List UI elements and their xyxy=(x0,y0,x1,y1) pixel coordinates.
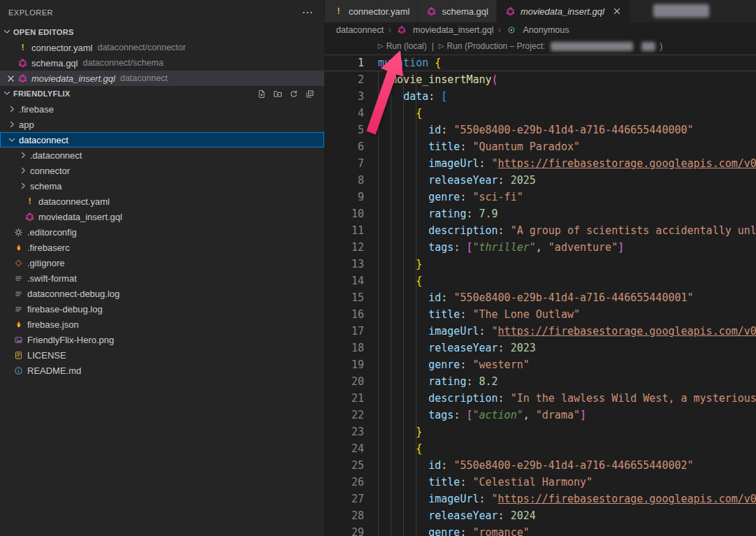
line-number: 11 xyxy=(325,222,364,239)
file-item[interactable]: firebase-debug.log xyxy=(0,301,324,317)
code-line[interactable]: 2 movie_insertMany( xyxy=(325,71,756,88)
file-name: LICENSE xyxy=(27,350,66,361)
folder-item[interactable]: connector xyxy=(0,163,324,178)
code-line[interactable]: 12 tags: ["thriller", "adventure"] xyxy=(325,239,756,256)
code-line[interactable]: 8 releaseYear: 2025 xyxy=(325,172,756,189)
folder-item[interactable]: .dataconnect xyxy=(0,147,324,163)
code-line[interactable]: 11 description: "A group of scientists a… xyxy=(325,222,756,239)
open-editor-item[interactable]: !connector.yamldataconnect/connector xyxy=(0,40,324,55)
code-lines: 1mutation {2 movie_insertMany(3 data: [4… xyxy=(325,55,756,536)
code-line[interactable]: 20 rating: 8.2 xyxy=(325,373,756,390)
play-icon: ▷ xyxy=(378,38,384,55)
editor-tab-bar: !connector.yamlschema.gqlmoviedata_inser… xyxy=(325,0,756,22)
code-text: releaseYear: 2024 xyxy=(364,507,536,524)
lines-icon xyxy=(13,288,24,299)
file-item[interactable]: dataconnect-debug.log xyxy=(0,286,324,301)
code-line[interactable]: 13 } xyxy=(325,256,756,273)
close-editor-button[interactable] xyxy=(5,73,17,84)
line-number: 20 xyxy=(325,373,364,390)
editor-tab[interactable]: moviedata_insert.gql xyxy=(497,0,631,22)
graphql-icon xyxy=(395,24,407,36)
file-item[interactable]: moviedata_insert.gql xyxy=(0,209,324,224)
code-line[interactable]: 18 releaseYear: 2023 xyxy=(325,340,756,356)
code-line[interactable]: 29 genre: "romance" xyxy=(325,524,756,536)
code-line[interactable]: 27 imageUrl: "https://firebasestorage.go… xyxy=(325,491,756,507)
open-editor-item[interactable]: moviedata_insert.gqldataconnect xyxy=(0,71,324,86)
file-name: schema.gql xyxy=(31,58,78,68)
folder-item[interactable]: dataconnect xyxy=(0,132,324,147)
code-line[interactable]: 19 genre: "western" xyxy=(325,356,756,373)
refresh-button[interactable] xyxy=(288,88,300,99)
code-line[interactable]: 17 imageUrl: "https://firebasestorage.go… xyxy=(325,323,756,340)
code-line[interactable]: 24 { xyxy=(325,440,756,457)
chevron-down-icon xyxy=(2,88,12,99)
code-text: mutation { xyxy=(364,55,441,71)
run-production-label: Run (Production – Project: xyxy=(447,38,546,55)
codelens-divider: | xyxy=(432,38,434,55)
line-number: 14 xyxy=(325,273,364,289)
open-editor-item[interactable]: schema.gqldataconnect/schema xyxy=(0,55,324,71)
code-line[interactable]: 5 id: "550e8400-e29b-41d4-a716-446655440… xyxy=(325,122,756,138)
code-text: title: "Quantum Paradox" xyxy=(364,138,580,155)
code-text: { xyxy=(364,273,422,289)
breadcrumb-item[interactable]: Anonymous xyxy=(505,24,569,36)
file-item[interactable]: .gitignore xyxy=(0,255,324,270)
file-item[interactable]: LICENSE xyxy=(0,347,324,363)
explorer-more-button[interactable]: ⋯ xyxy=(299,7,316,18)
code-line[interactable]: 23 } xyxy=(325,423,756,440)
run-production-button[interactable]: ▷ Run (Production – Project: ) xyxy=(439,38,662,55)
open-editors-section-header[interactable]: OPEN EDITORS xyxy=(0,24,324,40)
code-line[interactable]: 15 id: "550e8400-e29b-41d4-a716-44665544… xyxy=(325,289,756,306)
code-text: tags: ["thriller", "adventure"] xyxy=(364,239,624,256)
file-item[interactable]: firebase.json xyxy=(0,317,324,332)
collapse-all-button[interactable] xyxy=(304,88,316,99)
code-line[interactable]: 6 title: "Quantum Paradox" xyxy=(325,138,756,155)
code-line[interactable]: 4 { xyxy=(325,105,756,122)
file-name: connector xyxy=(30,166,70,176)
close-tab-button[interactable] xyxy=(611,6,623,17)
code-line[interactable]: 3 data: [ xyxy=(325,88,756,105)
file-item[interactable]: README.md xyxy=(0,363,324,378)
code-line[interactable]: 25 id: "550e8400-e29b-41d4-a716-44665544… xyxy=(325,457,756,474)
line-number: 5 xyxy=(325,122,364,138)
code-text: releaseYear: 2025 xyxy=(364,172,536,189)
new-file-button[interactable] xyxy=(256,88,268,99)
chevron-right-icon xyxy=(17,180,29,191)
code-line[interactable]: 1mutation { xyxy=(325,55,756,71)
line-number: 9 xyxy=(325,189,364,205)
file-name: .dataconnect xyxy=(30,150,82,161)
code-text: rating: 8.2 xyxy=(364,373,498,390)
line-number: 15 xyxy=(325,289,364,306)
code-line[interactable]: 26 title: "Celestial Harmony" xyxy=(325,474,756,491)
file-path: dataconnect/schema xyxy=(82,58,163,68)
editor-tab[interactable]: !connector.yaml xyxy=(325,0,418,22)
line-number: 26 xyxy=(325,474,364,491)
code-text: description: "A group of scientists acci… xyxy=(364,222,756,239)
new-folder-button[interactable] xyxy=(272,88,284,99)
breadcrumb-item[interactable]: moviedata_insert.gql xyxy=(395,24,493,36)
folder-item[interactable]: .firebase xyxy=(0,101,324,117)
file-item[interactable]: !dataconnect.yaml xyxy=(0,194,324,209)
breadcrumb-item[interactable]: dataconnect xyxy=(336,25,384,35)
code-line[interactable]: 10 rating: 7.9 xyxy=(325,205,756,222)
code-line[interactable]: 16 title: "The Lone Outlaw" xyxy=(325,306,756,323)
code-line[interactable]: 21 description: "In the lawless Wild Wes… xyxy=(325,390,756,407)
code-line[interactable]: 28 releaseYear: 2024 xyxy=(325,507,756,524)
run-local-button[interactable]: ▷ Run (local) xyxy=(378,38,427,55)
symbol-icon xyxy=(505,24,517,36)
folder-item[interactable]: app xyxy=(0,117,324,132)
editor-tab[interactable]: schema.gql xyxy=(418,0,496,22)
codelens-bar: ▷ Run (local) | ▷ Run (Production – Proj… xyxy=(325,38,756,55)
project-section-header[interactable]: FRIENDLYFLIX xyxy=(0,86,324,101)
code-line[interactable]: 7 imageUrl: "https://firebasestorage.goo… xyxy=(325,155,756,172)
folder-item[interactable]: schema xyxy=(0,178,324,194)
code-line[interactable]: 9 genre: "sci-fi" xyxy=(325,189,756,205)
file-item[interactable]: .editorconfig xyxy=(0,224,324,240)
file-item[interactable]: .firebaserc xyxy=(0,240,324,255)
code-line[interactable]: 14 { xyxy=(325,273,756,289)
file-name: connector.yaml xyxy=(31,43,92,53)
line-number: 8 xyxy=(325,172,364,189)
file-item[interactable]: FriendlyFlix-Hero.png xyxy=(0,332,324,347)
file-item[interactable]: .swift-format xyxy=(0,270,324,286)
code-line[interactable]: 22 tags: ["action", "drama"] xyxy=(325,407,756,423)
